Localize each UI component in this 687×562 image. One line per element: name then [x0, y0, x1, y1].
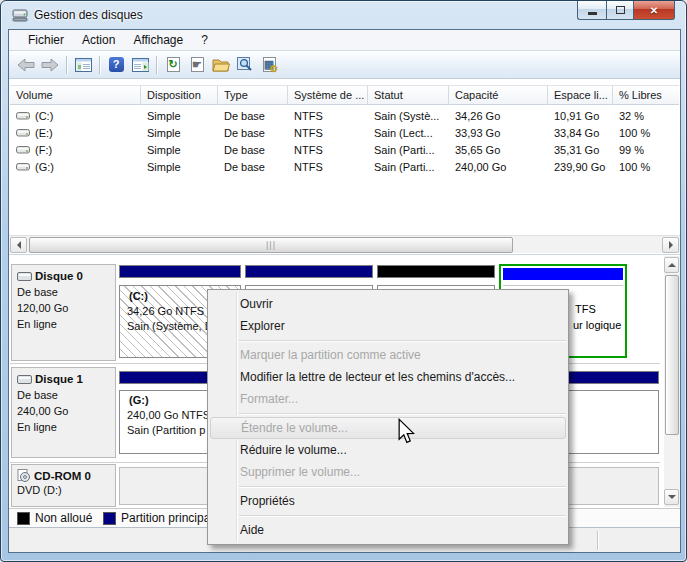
cell: NTFS — [288, 159, 368, 176]
toolbar-separator — [156, 56, 157, 74]
scroll-right-button[interactable] — [662, 237, 679, 253]
header-systeme[interactable]: Système de ... — [288, 86, 368, 105]
mouse-cursor — [397, 418, 415, 444]
forward-button[interactable] — [39, 54, 61, 76]
scrollbar-thumb[interactable] — [665, 275, 679, 435]
disk0-label[interactable]: Disque 0 De base 120,00 Go En ligne — [11, 264, 116, 361]
header-volume[interactable]: Volume — [10, 86, 141, 105]
window-title: Gestion des disques — [34, 8, 143, 22]
title-bar[interactable]: Gestion des disques ✕ — [1, 1, 686, 29]
table-row[interactable]: (G:) Simple De base NTFS Sain (Parti... … — [10, 159, 679, 176]
console-tree-button[interactable] — [72, 54, 94, 76]
scroll-left-button[interactable] — [10, 237, 27, 253]
disk-size: 120,00 Go — [17, 302, 111, 314]
partition-band-2[interactable] — [245, 265, 373, 278]
open-folder-button[interactable] — [210, 54, 232, 76]
cell: 10,91 Go — [548, 108, 613, 125]
cell: 239,90 Go — [548, 159, 613, 176]
action-pane-button[interactable] — [129, 54, 151, 76]
cell: Sain (Lect... — [368, 125, 449, 142]
disk1-label[interactable]: Disque 1 De base 240,00 Go En ligne — [11, 367, 116, 458]
properties-icon: ☛ — [191, 57, 204, 72]
cell: 33,84 Go — [548, 125, 613, 142]
disk-status: En ligne — [17, 318, 111, 330]
scrollbar-thumb[interactable]: ||| — [29, 237, 513, 253]
unallocated-band[interactable] — [377, 265, 495, 278]
drive-icon — [16, 110, 30, 121]
disk-size: 240,00 Go — [17, 405, 111, 417]
manage-button[interactable]: ▦⚙ — [258, 54, 280, 76]
menu-item-formater: Formater... — [208, 388, 568, 410]
context-menu: Ouvrir Explorer Marquer la partition com… — [207, 289, 569, 545]
volume-name: (E:) — [35, 127, 53, 139]
cell: 100 % — [613, 125, 679, 142]
menu-affichage[interactable]: Affichage — [124, 30, 192, 51]
table-row[interactable]: (C:) Simple De base NTFS Sain (Systè... … — [10, 108, 679, 125]
cd-icon — [17, 469, 31, 482]
menu-fichier[interactable]: Fichier — [19, 30, 73, 51]
logical-drive-band — [503, 268, 623, 280]
menu-item-modifier-lettre[interactable]: Modifier la lettre de lecteur et les che… — [208, 366, 568, 388]
open-folder-icon — [212, 58, 230, 72]
refresh-button[interactable]: ↻ — [162, 54, 184, 76]
rescan-button[interactable] — [234, 54, 256, 76]
cell: Simple — [141, 125, 218, 142]
close-icon: ✕ — [650, 5, 658, 16]
cell: 99 % — [613, 142, 679, 159]
cell: Simple — [141, 159, 218, 176]
restore-button[interactable] — [606, 1, 633, 20]
disk-name: Disque 0 — [35, 270, 83, 282]
header-libres[interactable]: % Libres — [613, 86, 679, 105]
cdrom-drive-letter: DVD (D:) — [17, 484, 111, 496]
cell: Sain (Parti... — [368, 159, 449, 176]
menu-item-reduire-volume[interactable]: Réduire le volume... — [208, 439, 568, 461]
toolbar-separator — [99, 56, 100, 74]
menu-help[interactable]: ? — [192, 30, 217, 51]
menu-separator — [239, 340, 566, 341]
header-statut[interactable]: Statut — [368, 86, 449, 105]
help-button[interactable]: ? — [105, 54, 127, 76]
cell: 33,93 Go — [449, 125, 548, 142]
table-row[interactable]: (F:) Simple De base NTFS Sain (Parti... … — [10, 142, 679, 159]
vertical-scrollbar[interactable] — [664, 256, 680, 507]
menu-item-aide[interactable]: Aide — [208, 519, 568, 541]
menu-item-explorer[interactable]: Explorer — [208, 315, 568, 337]
scroll-down-button[interactable] — [664, 489, 679, 505]
cell: Simple — [141, 142, 218, 159]
menu-separator — [239, 486, 566, 487]
menu-item-supprimer-volume: Supprimer le volume... — [208, 461, 568, 483]
scroll-up-button[interactable] — [664, 257, 679, 273]
drive-icon — [16, 144, 30, 155]
console-tree-icon — [75, 58, 92, 72]
close-button[interactable]: ✕ — [633, 1, 675, 20]
disk-type: De base — [17, 286, 111, 298]
menu-action[interactable]: Action — [73, 30, 124, 51]
restore-icon — [616, 6, 625, 14]
partition-band-c[interactable] — [119, 265, 241, 278]
legend-label: Non alloué — [35, 511, 92, 525]
header-disposition[interactable]: Disposition — [141, 86, 218, 105]
header-capacite[interactable]: Capacité — [449, 86, 548, 105]
header-type[interactable]: Type — [218, 86, 288, 105]
gear-icon: ⚙ — [270, 64, 279, 74]
volume-name: (C:) — [35, 110, 53, 122]
cell: De base — [218, 159, 288, 176]
cdrom-label[interactable]: CD-ROM 0 DVD (D:) — [11, 464, 116, 507]
minimize-button[interactable] — [577, 1, 606, 20]
toolbar: ? ↻ ☛ ▦⚙ — [9, 51, 680, 79]
menu-item-ouvrir[interactable]: Ouvrir — [208, 293, 568, 315]
table-row[interactable]: (E:) Simple De base NTFS Sain (Lect... 3… — [10, 125, 679, 142]
cell: De base — [218, 142, 288, 159]
arrow-up-icon — [668, 259, 676, 267]
menu-separator — [239, 413, 566, 414]
properties-button[interactable]: ☛ — [186, 54, 208, 76]
help-icon: ? — [109, 57, 124, 72]
horizontal-scrollbar[interactable]: ||| — [9, 235, 680, 253]
menu-item-proprietes[interactable]: Propriétés — [208, 490, 568, 512]
legend-swatch-primary — [103, 512, 116, 525]
disk-status: En ligne — [17, 421, 111, 433]
back-button[interactable] — [15, 54, 37, 76]
header-espace[interactable]: Espace li... — [548, 86, 613, 105]
disk-management-icon — [12, 7, 28, 23]
manage-icon: ▦⚙ — [263, 57, 276, 72]
